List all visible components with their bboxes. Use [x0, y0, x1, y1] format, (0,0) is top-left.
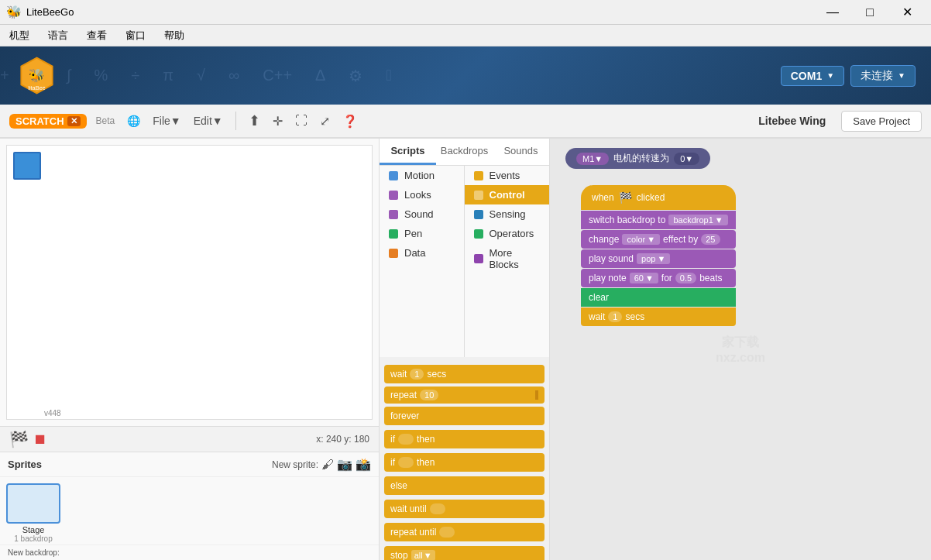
- sensing-dot: [474, 210, 483, 219]
- sound-arrow: ▼: [657, 254, 665, 263]
- pal-wait-until[interactable]: wait until: [384, 500, 545, 518]
- wait-num[interactable]: 1: [608, 311, 622, 322]
- wait-label: wait: [589, 311, 605, 322]
- stop-button[interactable]: ⏹: [33, 431, 47, 448]
- pal-forever-label: forever: [390, 411, 419, 421]
- pal-wait-secs[interactable]: wait 1 secs: [384, 365, 545, 383]
- motor-m1[interactable]: M1▼: [576, 153, 609, 165]
- blocks-right-col: Events Control Sensing Operators More Bl…: [465, 166, 550, 357]
- play-sound-label: play sound: [589, 253, 634, 264]
- minimize-button[interactable]: —: [815, 0, 850, 25]
- play-sound-block[interactable]: play sound pop ▼: [581, 249, 736, 268]
- pal-wait-until-label: wait until: [390, 503, 427, 514]
- expand-button[interactable]: ⤢: [317, 111, 333, 132]
- pal-else[interactable]: else: [384, 476, 545, 495]
- pal-forever[interactable]: forever: [384, 407, 545, 425]
- fullscreen-button[interactable]: ⛶: [292, 111, 311, 131]
- menu-language[interactable]: 语言: [45, 27, 71, 44]
- cat-events[interactable]: Events: [465, 166, 550, 185]
- blocks-panel: Scripts Backdrops Sounds Motion Looks So…: [380, 139, 550, 560]
- camera-sprite-button[interactable]: 📸: [356, 457, 371, 472]
- stop-dropdown-arrow: ▼: [424, 551, 432, 560]
- stage-v-label: v448: [44, 409, 61, 417]
- backdrop-arrow: ▼: [715, 215, 723, 225]
- green-flag-button[interactable]: 🏁: [9, 430, 29, 448]
- menu-help[interactable]: 帮助: [161, 27, 187, 44]
- script-stack: when 🏁 clicked switch backdrop to backdr…: [581, 185, 736, 326]
- control-dot: [474, 191, 483, 200]
- stage-area: v448: [6, 145, 373, 420]
- scratch-x: ✕: [67, 116, 81, 126]
- help-button[interactable]: ❓: [339, 111, 361, 132]
- color-arrow: ▼: [647, 235, 655, 244]
- menu-window[interactable]: 窗口: [122, 27, 149, 44]
- app-title: LiteBeeGo: [26, 6, 74, 18]
- beats-label: beats: [699, 273, 722, 283]
- wait-secs-block[interactable]: wait 1 secs: [581, 307, 736, 326]
- tab-backdrops[interactable]: Backdrops: [436, 139, 493, 165]
- com-port-selector[interactable]: COM1 ▼: [781, 66, 844, 86]
- pal-if2-label: if: [390, 457, 395, 468]
- backdrop-dropdown[interactable]: backdrop1 ▼: [668, 215, 727, 225]
- tab-scripts[interactable]: Scripts: [380, 139, 436, 165]
- scratch-toolbar: SCRATCH ✕ Beta 🌐 File▼ Edit▼ ⬆ ✛ ⛶ ⤢ ❓ L…: [0, 105, 931, 139]
- upload-button[interactable]: ⬆: [246, 109, 263, 132]
- switch-backdrop-block[interactable]: switch backdrop to backdrop1 ▼: [581, 211, 736, 229]
- globe-icon[interactable]: 🌐: [124, 112, 143, 130]
- note-dropdown[interactable]: 60 ▼: [630, 273, 658, 283]
- com-port-label: COM1: [791, 70, 822, 82]
- pal-if-else[interactable]: if then: [384, 453, 545, 472]
- pal-wait-until-cond: [430, 503, 445, 514]
- cat-control[interactable]: Control: [465, 185, 550, 204]
- cat-motion[interactable]: Motion: [380, 166, 464, 185]
- pal-repeat[interactable]: repeat 10: [384, 387, 545, 404]
- change-color-block[interactable]: change color ▼ effect by 25: [581, 230, 736, 249]
- file-menu-button[interactable]: File▼: [149, 112, 184, 130]
- script-area: 家下载nxz.com M1▼ 电机的转速为 0▼ when 🏁 clicked …: [550, 139, 931, 560]
- tab-sounds[interactable]: Sounds: [493, 139, 549, 165]
- cat-control-label: Control: [490, 189, 525, 201]
- menu-view[interactable]: 查看: [84, 27, 110, 44]
- cat-sound[interactable]: Sound: [380, 204, 464, 224]
- cat-data[interactable]: Data: [380, 243, 464, 263]
- cat-more-blocks[interactable]: More Blocks: [465, 243, 550, 274]
- palette-panel: wait 1 secs repeat 10 forever if then: [380, 357, 550, 561]
- cat-pen[interactable]: Pen: [380, 224, 464, 243]
- clear-block[interactable]: clear: [581, 288, 736, 307]
- color-dropdown[interactable]: color ▼: [622, 234, 660, 245]
- titlebar: 🐝 LiteBeeGo — □ ✕: [0, 0, 931, 25]
- scratch-logo-text: SCRATCH: [15, 115, 64, 127]
- beta-label: Beta: [93, 112, 119, 129]
- edit-menu-button[interactable]: Edit▼: [191, 112, 226, 130]
- com-section: COM1 ▼ 未连接 ▼: [781, 65, 916, 87]
- when-clicked-block[interactable]: when 🏁 clicked: [581, 185, 736, 210]
- save-project-button[interactable]: Save Project: [841, 111, 922, 132]
- stage-coords: x: 240 y: 180: [316, 434, 369, 445]
- pal-then2-label: then: [417, 457, 435, 468]
- play-note-block[interactable]: play note 60 ▼ for 0.5 beats: [581, 269, 736, 287]
- motor-value[interactable]: 0▼: [674, 153, 699, 165]
- pal-if-then[interactable]: if then: [384, 430, 545, 448]
- stage-sprite-thumb[interactable]: Stage 1 backdrop: [6, 483, 60, 538]
- menu-model[interactable]: 机型: [6, 27, 33, 44]
- upload-sprite-button[interactable]: 📷: [337, 457, 352, 472]
- connect-button[interactable]: 未连接 ▼: [850, 65, 916, 87]
- pal-stop[interactable]: stop all ▼: [384, 546, 545, 561]
- pal-stop-dropdown[interactable]: all ▼: [411, 550, 435, 561]
- sound-dropdown[interactable]: pop ▼: [637, 253, 670, 264]
- maximize-button[interactable]: □: [852, 0, 888, 25]
- beats-value[interactable]: 0.5: [675, 273, 696, 283]
- pal-if-label: if: [390, 434, 395, 445]
- cat-sensing[interactable]: Sensing: [465, 204, 550, 224]
- close-button[interactable]: ✕: [889, 0, 925, 25]
- cat-operators[interactable]: Operators: [465, 224, 550, 243]
- cat-looks[interactable]: Looks: [380, 185, 464, 204]
- note-arrow: ▼: [645, 273, 654, 283]
- effect-value[interactable]: 25: [701, 234, 720, 245]
- pal-wait-num: 1: [410, 369, 424, 380]
- pal-repeat-until[interactable]: repeat until: [384, 523, 545, 541]
- cursor-button[interactable]: ✛: [270, 111, 286, 132]
- paint-sprite-button[interactable]: 🖌: [321, 458, 334, 472]
- motor-block[interactable]: M1▼ 电机的转速为 0▼: [565, 148, 710, 169]
- when-label: when: [592, 192, 614, 203]
